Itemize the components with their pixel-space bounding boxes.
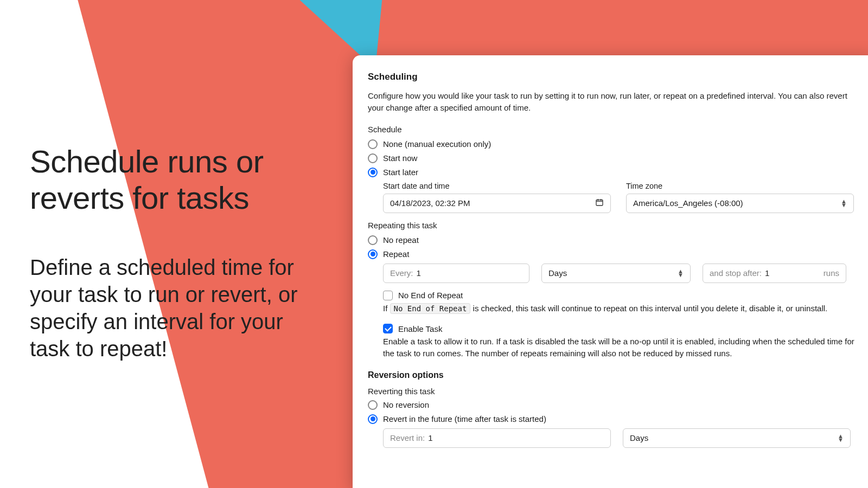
schedule-option-start-now[interactable]: Start now (368, 153, 858, 163)
revert-unit-select[interactable]: Days ▲▼ (623, 428, 851, 448)
stop-after-value: 1 (765, 268, 769, 278)
schedule-option-start-later[interactable]: Start later (368, 168, 858, 177)
radio-icon (368, 400, 378, 410)
timezone-value: America/Los_Angeles (-08:00) (633, 198, 743, 208)
chevron-updown-icon: ▲▼ (838, 434, 844, 441)
chevron-updown-icon: ▲▼ (841, 200, 847, 207)
radio-label: No repeat (383, 235, 419, 245)
checkbox-label: No End of Repeat (398, 291, 463, 300)
radio-icon (368, 414, 378, 424)
reversion-title: Reversion options (368, 370, 858, 380)
revert-in-input[interactable]: Revert in: 1 (383, 428, 611, 448)
panel-description: Configure how you would like your task t… (368, 90, 858, 114)
timezone-label: Time zone (626, 182, 858, 190)
radio-label: No reversion (383, 400, 429, 409)
stop-after-prefix: and stop after: (710, 268, 762, 278)
stop-after-suffix: runs (824, 268, 839, 278)
repeat-unit-select[interactable]: Days ▲▼ (541, 264, 691, 283)
enable-task-checkbox[interactable]: Enable Task (383, 324, 858, 333)
start-datetime-label: Start date and time (383, 182, 615, 190)
radio-label: Revert in the future (time after task is… (383, 414, 546, 423)
checkbox-label: Enable Task (398, 324, 442, 333)
svg-rect-0 (596, 200, 603, 206)
radio-label: Start now (383, 153, 417, 163)
revert-in-prefix: Revert in: (390, 433, 425, 442)
radio-icon (368, 139, 378, 149)
enable-task-hint: Enable a task to allow it to run. If a t… (383, 336, 858, 359)
reversion-option-future[interactable]: Revert in the future (time after task is… (368, 414, 858, 424)
hero-heading: Schedule runs or reverts for tasks (30, 144, 312, 216)
radio-label: None (manual execution only) (383, 139, 491, 149)
chevron-updown-icon: ▲▼ (678, 269, 684, 277)
repeat-option-no-repeat[interactable]: No repeat (368, 235, 858, 245)
reversion-option-none[interactable]: No reversion (368, 400, 858, 410)
repeat-stop-after-input[interactable]: and stop after: 1 runs (703, 264, 846, 283)
repeat-unit-value: Days (548, 268, 567, 278)
scheduling-panel: Scheduling Configure how you would like … (353, 55, 868, 488)
revert-in-value: 1 (428, 433, 432, 442)
revert-unit-value: Days (630, 433, 648, 442)
no-end-of-repeat-checkbox[interactable]: No End of Repeat (383, 291, 858, 300)
schedule-option-none[interactable]: None (manual execution only) (368, 139, 858, 149)
radio-icon (368, 235, 378, 245)
calendar-icon (595, 198, 604, 208)
repeat-every-input[interactable]: Every: 1 (383, 264, 529, 283)
radio-icon (368, 153, 378, 163)
hero-text-block: Schedule runs or reverts for tasks Defin… (30, 144, 312, 362)
repeat-option-repeat[interactable]: Repeat (368, 249, 858, 259)
schedule-section-label: Schedule (368, 125, 858, 134)
repeat-every-value: 1 (417, 268, 421, 278)
timezone-select[interactable]: America/Los_Angeles (-08:00) ▲▼ (626, 194, 854, 213)
repeat-every-prefix: Every: (390, 268, 413, 278)
radio-label: Start later (383, 168, 418, 177)
no-end-hint: If No End of Repeat is checked, this tas… (383, 303, 858, 314)
reversion-section-label: Reverting this task (368, 387, 858, 396)
radio-label: Repeat (383, 249, 409, 259)
repeat-section-label: Repeating this task (368, 221, 858, 230)
radio-icon (368, 168, 378, 177)
checkbox-icon (383, 291, 393, 300)
start-datetime-input[interactable]: 04/18/2023, 02:32 PM (383, 194, 611, 213)
checkbox-icon (383, 324, 393, 333)
hero-body: Define a scheduled time for your task to… (30, 254, 312, 362)
start-datetime-value: 04/18/2023, 02:32 PM (390, 198, 470, 208)
radio-icon (368, 249, 378, 259)
no-end-hint-code: No End of Repeat (390, 303, 471, 314)
panel-title: Scheduling (368, 72, 858, 82)
